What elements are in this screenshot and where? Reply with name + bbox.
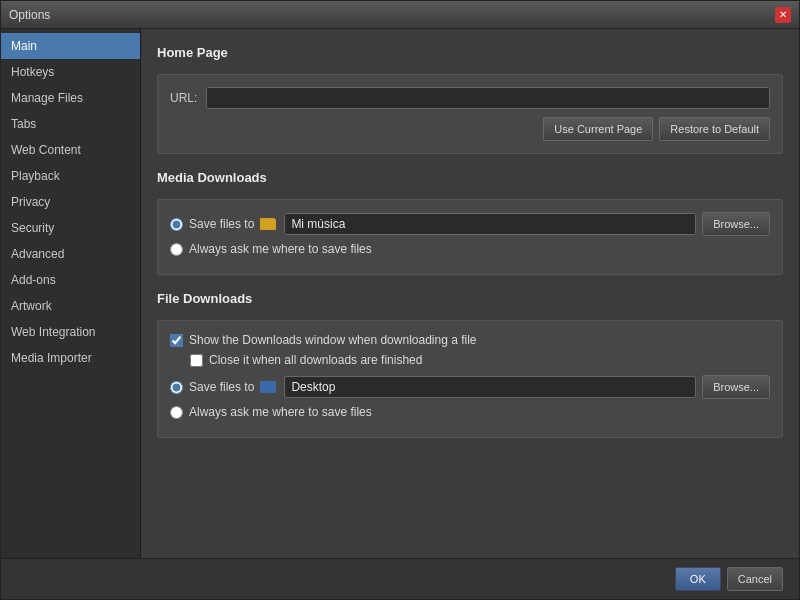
home-page-title: Home Page: [157, 45, 783, 64]
sidebar-item-artwork[interactable]: Artwork: [1, 293, 140, 319]
sidebar-item-add-ons[interactable]: Add-ons: [1, 267, 140, 293]
file-always-ask-radio[interactable]: [170, 406, 183, 419]
show-downloads-row: Show the Downloads window when downloadi…: [170, 333, 770, 347]
window-title: Options: [9, 8, 50, 22]
media-save-radio[interactable]: [170, 218, 183, 231]
media-browse-button[interactable]: Browse...: [702, 212, 770, 236]
media-downloads-title: Media Downloads: [157, 170, 783, 189]
sidebar-item-advanced[interactable]: Advanced: [1, 241, 140, 267]
media-always-ask-radio[interactable]: [170, 243, 183, 256]
file-save-radio[interactable]: [170, 381, 183, 394]
close-when-done-label: Close it when all downloads are finished: [209, 353, 422, 367]
file-save-path[interactable]: [284, 376, 696, 398]
sidebar-item-privacy[interactable]: Privacy: [1, 189, 140, 215]
sidebar-item-tabs[interactable]: Tabs: [1, 111, 140, 137]
restore-to-default-button[interactable]: Restore to Default: [659, 117, 770, 141]
media-downloads-section: Media Downloads Save files to Browse... …: [157, 170, 783, 275]
titlebar: Options ✕: [1, 1, 799, 29]
sidebar-item-web-content[interactable]: Web Content: [1, 137, 140, 163]
sidebar-item-playback[interactable]: Playback: [1, 163, 140, 189]
options-window: Options ✕ Main Hotkeys Manage Files Tabs…: [0, 0, 800, 600]
media-save-files-row: Save files to Browse...: [170, 212, 770, 236]
file-save-label: Save files to: [189, 380, 254, 394]
content-area: Main Hotkeys Manage Files Tabs Web Conte…: [1, 29, 799, 558]
media-save-label: Save files to: [189, 217, 254, 231]
folder-icon: [260, 218, 276, 230]
media-downloads-body: Save files to Browse... Always ask me wh…: [157, 199, 783, 275]
show-downloads-label: Show the Downloads window when downloadi…: [189, 333, 477, 347]
use-current-page-button[interactable]: Use Current Page: [543, 117, 653, 141]
footer: OK Cancel: [1, 558, 799, 599]
sidebar-item-web-integration[interactable]: Web Integration: [1, 319, 140, 345]
url-input[interactable]: [206, 87, 770, 109]
media-always-ask-row: Always ask me where to save files: [170, 242, 770, 256]
sidebar-item-manage-files[interactable]: Manage Files: [1, 85, 140, 111]
cancel-button[interactable]: Cancel: [727, 567, 783, 591]
file-downloads-title: File Downloads: [157, 291, 783, 310]
file-always-ask-label: Always ask me where to save files: [189, 405, 372, 419]
media-save-path[interactable]: [284, 213, 696, 235]
file-browse-button[interactable]: Browse...: [702, 375, 770, 399]
file-always-ask-row: Always ask me where to save files: [170, 405, 770, 419]
file-save-files-row: Save files to Browse...: [170, 375, 770, 399]
home-page-body: URL: Use Current Page Restore to Default: [157, 74, 783, 154]
show-downloads-checkbox[interactable]: [170, 334, 183, 347]
desktop-icon: [260, 381, 276, 393]
sidebar-item-security[interactable]: Security: [1, 215, 140, 241]
ok-button[interactable]: OK: [675, 567, 721, 591]
sidebar-item-main[interactable]: Main: [1, 33, 140, 59]
file-downloads-body: Show the Downloads window when downloadi…: [157, 320, 783, 438]
main-panel: Home Page URL: Use Current Page Restore …: [141, 29, 799, 558]
media-always-ask-label: Always ask me where to save files: [189, 242, 372, 256]
home-page-section: Home Page URL: Use Current Page Restore …: [157, 45, 783, 154]
file-downloads-section: File Downloads Show the Downloads window…: [157, 291, 783, 438]
sidebar-item-media-importer[interactable]: Media Importer: [1, 345, 140, 371]
sidebar: Main Hotkeys Manage Files Tabs Web Conte…: [1, 29, 141, 558]
url-row: URL:: [170, 87, 770, 109]
close-when-done-row: Close it when all downloads are finished: [170, 353, 770, 367]
sidebar-item-hotkeys[interactable]: Hotkeys: [1, 59, 140, 85]
close-button[interactable]: ✕: [775, 7, 791, 23]
close-when-done-checkbox[interactable]: [190, 354, 203, 367]
url-label: URL:: [170, 91, 200, 105]
url-buttons: Use Current Page Restore to Default: [170, 117, 770, 141]
